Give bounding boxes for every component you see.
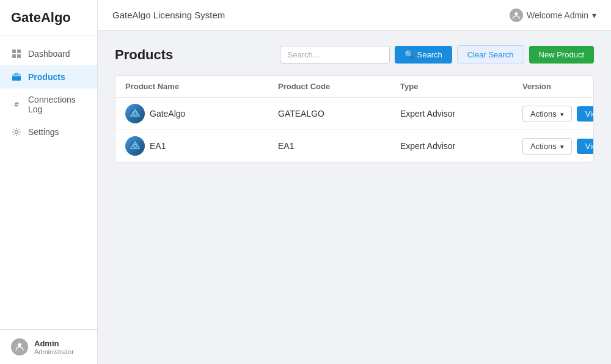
topbar-title: GateAlgo Licensing System [112,10,225,20]
footer-user-name: Admin [34,339,74,348]
sidebar-item-products-label: Products [28,72,65,82]
product-type-cell-1: Expert Advisor [400,141,522,151]
search-input[interactable] [280,46,390,64]
sidebar-item-products[interactable]: Products [0,65,97,89]
account-icon [510,9,523,22]
topbar-user-label: Welcome Admin [527,10,588,20]
product-code-cell-1: EA1 [278,141,400,151]
sidebar-item-connections-log[interactable]: Connections Log [0,89,97,120]
svg-rect-2 [12,54,16,58]
gear-icon [11,126,22,137]
row-actions-1: Actions View/Edit [522,138,594,155]
products-table: Product Name Product Code Type Version [115,75,594,162]
clear-search-button[interactable]: Clear Search [457,45,524,64]
topbar: GateAlgo Licensing System Welcome Admin … [98,0,611,31]
svg-point-5 [15,131,18,134]
product-name-1: EA1 [150,141,166,151]
sidebar-footer-info: Admin Administrator [34,339,74,355]
product-name-0: GateAlgo [150,109,185,118]
new-product-button[interactable]: New Product [529,46,594,64]
page-header: Products 🔍 Search Clear Search New Produ… [115,45,594,64]
product-icon-gatealgo [125,104,145,123]
svg-point-7 [515,12,518,15]
table-row: GateAlgo GATEALGO Expert Advisor Actions [115,98,593,130]
svg-rect-1 [17,49,21,53]
col-header-code: Product Code [278,82,400,91]
svg-point-6 [18,343,21,347]
col-header-version: Version [522,82,584,91]
page-header-actions: 🔍 Search Clear Search New Product [280,45,595,64]
box-icon [11,71,22,82]
product-icon-ea1 [125,136,145,156]
sidebar-item-settings-label: Settings [28,127,59,137]
actions-dropdown-button-0[interactable]: Actions [522,106,572,122]
chevron-down-icon [559,109,564,118]
link-icon [11,99,22,110]
sidebar-item-settings[interactable]: Settings [0,120,97,144]
product-name-cell-1: EA1 [125,136,278,156]
search-icon: 🔍 [404,50,414,59]
page-content: Products 🔍 Search Clear Search New Produ… [98,31,611,364]
main-content: GateAlgo Licensing System Welcome Admin … [98,0,611,364]
view-edit-button-0[interactable]: View/Edit [577,106,594,122]
chevron-down-icon [559,142,564,151]
view-edit-button-1[interactable]: View/Edit [577,139,594,154]
search-button[interactable]: 🔍 Search [395,46,452,64]
product-name-cell: GateAlgo [125,104,278,123]
svg-rect-3 [17,54,21,58]
page-title: Products [115,47,173,63]
table-header: Product Name Product Code Type Version [115,76,593,98]
sidebar-nav: Dashboard Products Connections Log [0,36,97,329]
product-type-cell-0: Expert Advisor [400,109,522,118]
grid-icon [11,48,22,59]
svg-rect-0 [12,49,16,53]
topbar-chevron-icon: ▾ [592,10,596,20]
sidebar-item-dashboard-label: Dashboard [28,49,70,59]
table-row: EA1 EA1 Expert Advisor Actions [115,130,593,162]
app-logo: GateAlgo [0,0,97,36]
col-header-name: Product Name [125,82,278,91]
sidebar-item-connections-log-label: Connections Log [28,95,86,114]
footer-user-role: Administrator [34,348,74,355]
avatar [11,338,28,355]
topbar-user-menu[interactable]: Welcome Admin ▾ [510,9,596,22]
sidebar-item-dashboard[interactable]: Dashboard [0,42,97,65]
row-actions-0: Actions View/Edit [522,106,594,122]
product-code-cell-0: GATEALGO [278,109,400,118]
actions-dropdown-button-1[interactable]: Actions [522,138,572,155]
sidebar-footer: Admin Administrator [0,329,97,364]
col-header-type: Type [400,82,522,91]
sidebar: GateAlgo Dashboard [0,0,98,364]
